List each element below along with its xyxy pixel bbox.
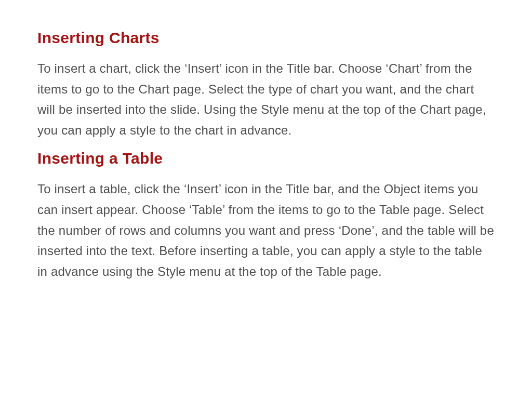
section-inserting-charts: Inserting Charts To insert a chart, clic… (37, 29, 495, 140)
section-inserting-a-table: Inserting a Table To insert a table, cli… (37, 150, 495, 282)
section-heading: Inserting a Table (37, 150, 495, 167)
section-heading: Inserting Charts (37, 29, 495, 47)
section-body: To insert a table, click the ‘Insert’ ic… (37, 179, 495, 282)
document-page: Inserting Charts To insert a chart, clic… (0, 0, 532, 312)
section-body: To insert a chart, click the ‘Insert’ ic… (37, 58, 495, 140)
